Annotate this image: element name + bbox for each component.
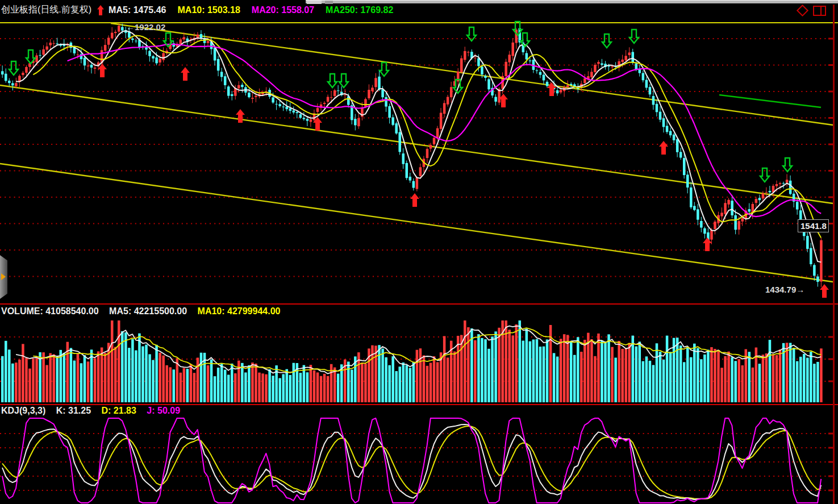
chart-canvas[interactable] bbox=[0, 0, 838, 504]
ma250-readout: MA250: 1769.82 bbox=[326, 5, 393, 15]
expand-arrow-icon bbox=[1, 273, 6, 280]
titlebar-strip bbox=[306, 0, 838, 3]
kdj-params: KDJ(9,3,3) bbox=[1, 406, 45, 415]
symbol-title: 创业板指(日线.前复权) bbox=[1, 4, 91, 16]
volume-readout: VOLUME: 41058540.00 bbox=[1, 306, 99, 316]
low-price-label: 1434.79→ bbox=[765, 285, 804, 294]
price-axis-border bbox=[833, 5, 835, 504]
last-price-box: 1541.8 bbox=[798, 219, 829, 232]
red-up-arrow-icon bbox=[96, 5, 105, 15]
kdj-j-readout: J: 50.09 bbox=[147, 406, 180, 415]
ma5-readout: MA5: 1475.46 bbox=[109, 5, 166, 15]
stock-chart-app: 创业板指(日线.前复权) MA5: 1475.46 MA10: 1503.18 … bbox=[0, 0, 838, 504]
volume-header: VOLUME: 41058540.00 MA5: 42215500.00 MA1… bbox=[1, 306, 288, 316]
main-chart-header: 创业板指(日线.前复权) MA5: 1475.46 MA10: 1503.18 … bbox=[1, 4, 401, 16]
kdj-header: KDJ(9,3,3) K: 31.25 D: 21.83 J: 50.09 bbox=[1, 406, 188, 416]
ma20-readout: MA20: 1558.07 bbox=[252, 5, 314, 15]
pane-separator[interactable] bbox=[0, 404, 838, 405]
ma10-readout: MA10: 1503.18 bbox=[178, 5, 240, 15]
kdj-k-readout: K: 31.25 bbox=[56, 406, 91, 415]
volume-ma5-readout: MA5: 42215500.00 bbox=[109, 306, 187, 316]
sidebar-expand-handle[interactable] bbox=[0, 255, 7, 299]
volume-ma10-readout: MA10: 42799944.00 bbox=[198, 306, 281, 316]
kdj-d-readout: D: 21.83 bbox=[102, 406, 136, 415]
high-price-label: ←1922.02 bbox=[126, 22, 165, 32]
diamond-icon[interactable] bbox=[798, 6, 807, 15]
split-window-icon[interactable] bbox=[813, 6, 826, 16]
pane-separator[interactable] bbox=[0, 303, 838, 305]
